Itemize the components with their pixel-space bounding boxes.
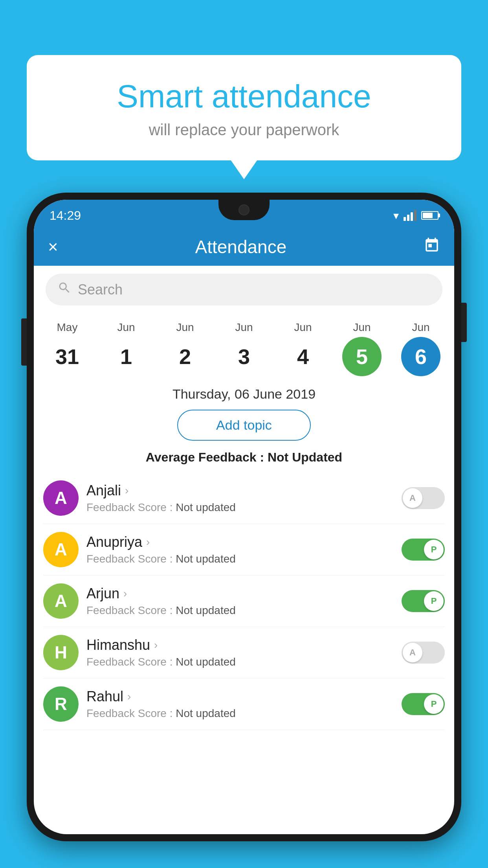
student-feedback: Feedback Score : Not updated — [86, 707, 394, 720]
cal-date-number: 31 — [48, 337, 87, 376]
calendar-day-2[interactable]: Jun2 — [161, 321, 209, 376]
phone-screen: 14:29 ▾ — [34, 200, 454, 834]
toggle-knob: A — [403, 488, 422, 508]
search-placeholder: Search — [78, 281, 123, 298]
student-avatar: H — [43, 635, 79, 670]
student-info: Rahul›Feedback Score : Not updated — [86, 688, 394, 720]
chevron-right-icon: › — [146, 536, 150, 548]
cal-date-number: 2 — [165, 337, 205, 376]
toggle-knob: P — [424, 591, 444, 611]
student-info: Anupriya›Feedback Score : Not updated — [86, 534, 394, 565]
student-feedback: Feedback Score : Not updated — [86, 501, 394, 514]
attendance-toggle[interactable]: P — [402, 590, 445, 612]
chevron-right-icon: › — [154, 639, 158, 651]
student-name-text: Arjun — [86, 585, 119, 602]
status-icons: ▾ — [393, 209, 438, 222]
chevron-right-icon: › — [125, 484, 128, 497]
toggle-knob: P — [424, 540, 444, 559]
cal-month-label: Jun — [235, 321, 253, 334]
cal-date-number: 6 — [401, 337, 440, 376]
search-icon — [57, 281, 72, 298]
search-bar[interactable]: Search — [46, 274, 442, 305]
attendance-toggle[interactable]: P — [402, 693, 445, 715]
cal-date-number: 1 — [106, 337, 146, 376]
cal-month-label: Jun — [412, 321, 429, 334]
student-avatar: R — [43, 686, 79, 722]
status-time: 14:29 — [50, 208, 81, 223]
student-info: Arjun›Feedback Score : Not updated — [86, 585, 394, 617]
student-name: Rahul› — [86, 688, 394, 705]
app-header: × Attendance — [34, 228, 454, 266]
student-item[interactable]: AArjun›Feedback Score : Not updatedP — [43, 576, 445, 627]
student-list: AAnjali›Feedback Score : Not updatedAAAn… — [34, 473, 454, 730]
calendar-day-6[interactable]: Jun6 — [397, 321, 444, 376]
student-name-text: Anupriya — [86, 534, 142, 550]
calendar-day-31[interactable]: May31 — [44, 321, 91, 376]
calendar-day-3[interactable]: Jun3 — [220, 321, 268, 376]
bubble-subtitle: will replace your paperwork — [46, 121, 442, 139]
student-name: Anupriya› — [86, 534, 394, 550]
student-avatar: A — [43, 480, 79, 516]
speech-bubble: Smart attendance will replace your paper… — [27, 55, 461, 160]
student-avatar: A — [43, 532, 79, 567]
avg-feedback-value: Not Updated — [268, 450, 342, 464]
cal-date-number: 3 — [224, 337, 264, 376]
attendance-toggle[interactable]: A — [402, 642, 445, 664]
calendar-day-4[interactable]: Jun4 — [279, 321, 327, 376]
avg-feedback: Average Feedback : Not Updated — [34, 450, 454, 473]
selected-date: Thursday, 06 June 2019 — [34, 383, 454, 410]
screen-content: Search May31Jun1Jun2Jun3Jun4Jun5Jun6 Thu… — [34, 266, 454, 834]
attendance-toggle[interactable]: P — [402, 539, 445, 561]
close-button[interactable]: × — [48, 237, 58, 257]
student-avatar: A — [43, 583, 79, 619]
student-name: Anjali› — [86, 482, 394, 499]
speech-bubble-container: Smart attendance will replace your paper… — [27, 55, 461, 160]
student-name-text: Himanshu — [86, 637, 150, 653]
student-info: Anjali›Feedback Score : Not updated — [86, 482, 394, 514]
battery-icon — [421, 211, 438, 220]
cal-month-label: Jun — [294, 321, 312, 334]
student-item[interactable]: AAnupriya›Feedback Score : Not updatedP — [43, 524, 445, 576]
add-topic-button[interactable]: Add topic — [177, 410, 311, 441]
header-title: Attendance — [195, 236, 286, 257]
student-name: Arjun› — [86, 585, 394, 602]
notch-camera — [238, 204, 250, 215]
avg-feedback-label: Average Feedback : — [146, 450, 264, 464]
attendance-toggle[interactable]: A — [402, 487, 445, 509]
calendar-icon[interactable] — [424, 237, 440, 257]
student-feedback: Feedback Score : Not updated — [86, 553, 394, 565]
cal-date-number: 4 — [283, 337, 323, 376]
phone-container: 14:29 ▾ — [27, 193, 461, 841]
student-name: Himanshu› — [86, 637, 394, 653]
student-item[interactable]: RRahul›Feedback Score : Not updatedP — [43, 679, 445, 730]
student-item[interactable]: HHimanshu›Feedback Score : Not updatedA — [43, 627, 445, 679]
student-name-text: Anjali — [86, 482, 121, 499]
phone-notch — [218, 200, 270, 220]
phone-frame: 14:29 ▾ — [27, 193, 461, 841]
student-feedback: Feedback Score : Not updated — [86, 656, 394, 668]
calendar-day-5[interactable]: Jun5 — [338, 321, 385, 376]
cal-date-number: 5 — [342, 337, 382, 376]
signal-bars-icon — [404, 210, 416, 221]
cal-month-label: May — [57, 321, 78, 334]
student-info: Himanshu›Feedback Score : Not updated — [86, 637, 394, 668]
student-item[interactable]: AAnjali›Feedback Score : Not updatedA — [43, 473, 445, 524]
calendar-row: May31Jun1Jun2Jun3Jun4Jun5Jun6 — [34, 313, 454, 383]
bubble-title: Smart attendance — [46, 79, 442, 114]
chevron-right-icon: › — [127, 690, 131, 703]
student-name-text: Rahul — [86, 688, 123, 705]
calendar-day-1[interactable]: Jun1 — [103, 321, 150, 376]
toggle-knob: A — [403, 643, 422, 662]
cal-month-label: Jun — [353, 321, 371, 334]
chevron-right-icon: › — [123, 587, 127, 600]
student-feedback: Feedback Score : Not updated — [86, 604, 394, 617]
cal-month-label: Jun — [176, 321, 194, 334]
toggle-knob: P — [424, 694, 444, 714]
wifi-icon: ▾ — [393, 209, 399, 222]
cal-month-label: Jun — [117, 321, 135, 334]
